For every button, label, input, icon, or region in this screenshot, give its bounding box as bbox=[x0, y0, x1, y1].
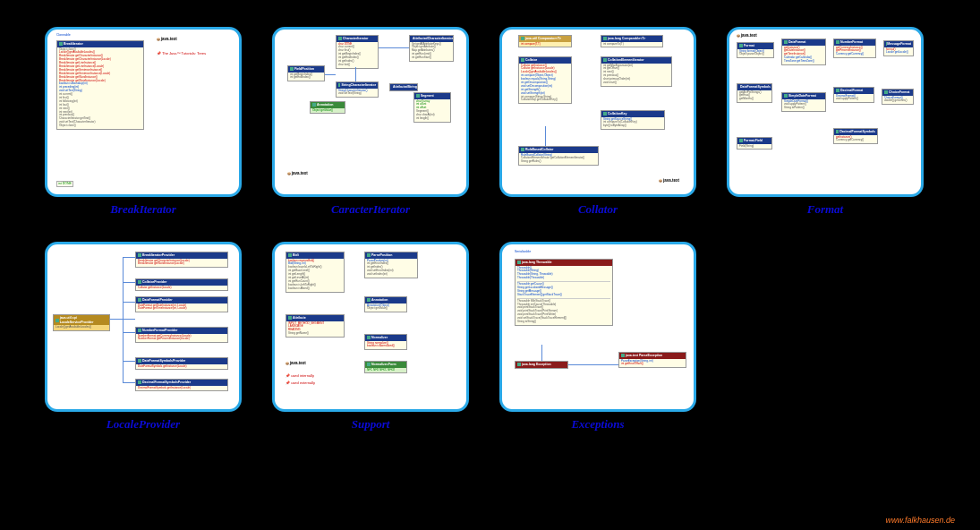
card-title: Collator bbox=[578, 202, 618, 217]
method: String getRules() bbox=[521, 160, 596, 164]
diagram-grid: Cloneable BreakIterator Object clone() L… bbox=[0, 0, 980, 440]
method: char last() bbox=[338, 64, 376, 67]
connector bbox=[123, 257, 135, 258]
diagram-canvas-characteriterator: CharacterIterator char DONE char current… bbox=[272, 27, 469, 197]
package-label: java.text bbox=[737, 33, 757, 38]
connector bbox=[123, 332, 135, 333]
legend-item: used externally bbox=[285, 380, 315, 385]
method: getMonths() bbox=[739, 98, 770, 101]
connector bbox=[541, 345, 542, 361]
method: CollationKey getCollationKey() bbox=[521, 98, 569, 102]
connector bbox=[545, 126, 546, 146]
interface-cloneable: Cloneable bbox=[56, 33, 71, 38]
diagram-canvas-collator: java.util Comparator<T> int compare(T,T)… bbox=[499, 27, 696, 197]
method: int compare(T,T) bbox=[519, 42, 571, 47]
card-title: CaracterIterator bbox=[331, 202, 410, 217]
method: String getName() bbox=[288, 332, 342, 336]
package-label: java.text bbox=[659, 178, 679, 184]
diagram-canvas-format: java.text Format String format(Object) O… bbox=[727, 27, 924, 197]
package-label: java.text bbox=[287, 171, 308, 176]
card-title: Support bbox=[352, 417, 390, 432]
method: Object getValue() bbox=[367, 307, 405, 311]
card-characteriterator[interactable]: CharacterIterator char DONE char current… bbox=[272, 27, 469, 217]
method: TimeZone getTimeZone() bbox=[784, 60, 823, 64]
card-title: LocaleProvider bbox=[107, 417, 180, 432]
diagram-canvas-localeprovider: java.util.spi LocaleServiceProvider Loca… bbox=[45, 242, 242, 412]
method: Locale[] getAvailableLocales() bbox=[54, 325, 109, 330]
method: Throwable(Throwable) bbox=[517, 277, 610, 280]
method: int length() bbox=[416, 117, 448, 121]
method: Object getValue() bbox=[311, 108, 345, 114]
connector bbox=[123, 302, 135, 303]
class-header: java.util.spi LocaleServiceProvider bbox=[54, 315, 109, 325]
method: int compareTo(T) bbox=[601, 42, 662, 47]
connector bbox=[123, 282, 135, 283]
method: double[] getLimits() bbox=[884, 99, 911, 103]
method: NumberFormat getPercentInstance(Locale) bbox=[138, 338, 226, 341]
card-title: Exceptions bbox=[571, 417, 624, 432]
method: NFC NFD NFKC NFKD bbox=[365, 368, 406, 373]
method: String toString() bbox=[517, 321, 610, 324]
method: Collator getInstance(Locale) bbox=[136, 286, 227, 291]
method: int getErrorOffset() bbox=[621, 363, 684, 366]
card-title: Format bbox=[807, 202, 843, 217]
method: int getEndIndex() bbox=[290, 76, 322, 80]
connector bbox=[325, 74, 336, 75]
legend-item: used internally bbox=[285, 373, 314, 378]
method: Currency getCurrency() bbox=[836, 139, 875, 142]
method: Object parseObject() bbox=[739, 53, 771, 56]
connector bbox=[379, 47, 409, 48]
card-localeprovider[interactable]: java.util.spi LocaleServiceProvider Loca… bbox=[45, 242, 242, 432]
diagram-canvas-support: Bidi boolean requiresBidi() Bidi(String,… bbox=[272, 242, 469, 412]
method: BreakIterator getWordInstance(Locale) bbox=[138, 262, 226, 266]
tutorial-link: The Java™ Tutorials: Trees bbox=[157, 51, 206, 56]
method: void reset() bbox=[603, 81, 669, 85]
method: void setIndex(int) bbox=[367, 273, 415, 277]
package-label: java.text bbox=[157, 37, 177, 42]
connector bbox=[355, 67, 356, 81]
method: String toPattern() bbox=[784, 107, 823, 110]
card-collator[interactable]: java.util Comparator<T> int compare(T,T)… bbox=[499, 27, 696, 217]
method: void applyPattern() bbox=[836, 98, 872, 101]
card-format[interactable]: java.text Format String format(Object) O… bbox=[727, 27, 924, 217]
footer-credit: www.falkhausen.de bbox=[885, 516, 955, 525]
constant-done: int DONE bbox=[56, 181, 73, 187]
connector bbox=[568, 364, 618, 365]
method: int getRunStart() bbox=[412, 56, 451, 60]
class-header: AttributedString bbox=[390, 84, 417, 90]
connector bbox=[123, 382, 135, 383]
method: byte[] toByteArray() bbox=[603, 124, 662, 128]
card-support[interactable]: Bidi boolean requiresBidi() Bidi(String,… bbox=[272, 242, 469, 432]
method: DateFormatSymbols getInstance(Locale) bbox=[136, 364, 227, 370]
connector bbox=[123, 257, 124, 382]
card-title: BreakIterator bbox=[110, 202, 176, 217]
package-label: java.text bbox=[285, 361, 306, 366]
method: boolean isMixed() bbox=[288, 287, 342, 291]
interface-serializable: Serializable bbox=[515, 250, 531, 254]
method: DecimalFormatSymbols getInstance(Locale) bbox=[136, 386, 227, 391]
connector bbox=[123, 361, 135, 362]
diagram-canvas-exceptions: Serializable java.lang Throwable Throwab… bbox=[499, 242, 696, 412]
method: DateFormat getTimeInstance(int, Locale) bbox=[138, 307, 226, 311]
card-breakiterator[interactable]: Cloneable BreakIterator Object clone() L… bbox=[45, 27, 242, 217]
method: Field(String) bbox=[737, 144, 771, 150]
method: boolean isNormalized() bbox=[367, 345, 405, 348]
method: StackTraceElement[] getStackTrace() bbox=[517, 294, 610, 297]
diagram-canvas-breakiterator: Cloneable BreakIterator Object clone() L… bbox=[45, 27, 242, 197]
method: Locale getLocale() bbox=[886, 51, 911, 55]
class-header: java.lang Exception bbox=[516, 362, 567, 368]
method: Currency getCurrency() bbox=[836, 53, 873, 56]
method: Object clone() bbox=[59, 124, 141, 128]
card-exceptions[interactable]: Serializable java.lang Throwable Throwab… bbox=[499, 242, 696, 432]
method: void setText(String) bbox=[338, 92, 376, 96]
